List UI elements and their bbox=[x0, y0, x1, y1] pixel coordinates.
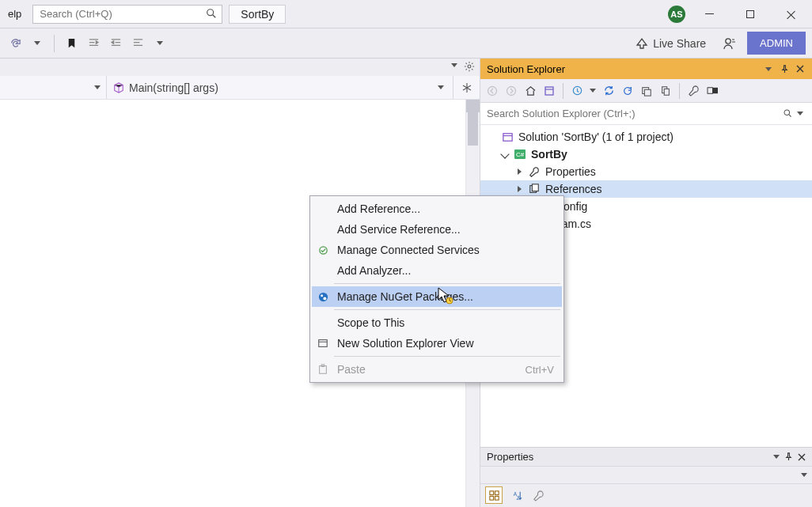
sync-active-doc-icon[interactable] bbox=[600, 82, 617, 100]
split-editor-button[interactable] bbox=[453, 76, 480, 99]
live-share-button[interactable]: Live Share bbox=[629, 34, 712, 53]
menu-scope-to-this[interactable]: Scope to This bbox=[312, 312, 562, 333]
svg-line-1 bbox=[213, 14, 216, 17]
svg-point-0 bbox=[207, 9, 214, 15]
panel-dropdown-icon[interactable] bbox=[763, 63, 774, 74]
home-icon[interactable] bbox=[522, 82, 539, 100]
properties-object-combo[interactable] bbox=[480, 467, 812, 484]
svg-point-14 bbox=[784, 110, 790, 115]
svg-rect-11 bbox=[664, 89, 669, 95]
navigation-bar: Main(string[] args) bbox=[0, 76, 480, 100]
properties-title: Properties bbox=[487, 451, 768, 463]
toolbar-overflow-caret[interactable] bbox=[151, 35, 169, 52]
solution-explorer-titlebar[interactable]: Solution Explorer bbox=[480, 59, 812, 79]
tree-project-node[interactable]: C# SortBy bbox=[480, 146, 812, 163]
document-tab-well bbox=[0, 59, 480, 76]
pending-changes-filter-icon[interactable] bbox=[568, 82, 586, 100]
search-input[interactable] bbox=[40, 8, 215, 20]
user-avatar[interactable]: AS bbox=[668, 6, 685, 23]
solution-explorer-title: Solution Explorer bbox=[487, 63, 758, 75]
svg-point-28 bbox=[318, 292, 327, 301]
nuget-icon bbox=[315, 289, 331, 305]
expand-toggle-icon[interactable] bbox=[499, 149, 510, 160]
tab-dropdown-caret[interactable] bbox=[451, 63, 457, 67]
svg-rect-16 bbox=[503, 133, 511, 140]
panel-pin-icon[interactable] bbox=[784, 452, 793, 461]
menu-new-solution-explorer-view[interactable]: New Solution Explorer View bbox=[312, 333, 562, 354]
categorized-view-icon[interactable] bbox=[485, 486, 503, 504]
svg-rect-23 bbox=[489, 496, 493, 500]
solution-icon bbox=[501, 131, 514, 143]
project-label: SortBy bbox=[529, 146, 567, 163]
switch-view-icon[interactable] bbox=[541, 82, 558, 100]
menu-manage-nuget-packages[interactable]: Manage NuGet Packages... bbox=[312, 286, 562, 307]
nav-scope-dropdown[interactable] bbox=[0, 76, 107, 99]
menu-add-analyzer[interactable]: Add Analyzer... bbox=[312, 260, 562, 281]
menu-paste: Paste Ctrl+V bbox=[312, 359, 562, 380]
redo-button[interactable] bbox=[6, 35, 24, 52]
solution-explorer-toolbar bbox=[480, 79, 812, 103]
references-icon bbox=[528, 183, 541, 195]
paste-icon bbox=[315, 361, 331, 377]
project-name-button[interactable]: SortBy bbox=[229, 5, 286, 24]
svg-rect-20 bbox=[532, 184, 538, 191]
svg-rect-24 bbox=[495, 496, 499, 500]
svg-rect-32 bbox=[320, 366, 327, 374]
preview-selected-icon[interactable] bbox=[704, 82, 721, 100]
refresh-icon[interactable] bbox=[619, 82, 636, 100]
expand-toggle-icon[interactable] bbox=[514, 184, 525, 195]
panel-close-icon[interactable] bbox=[798, 453, 806, 461]
tree-properties-node[interactable]: Properties bbox=[480, 163, 812, 180]
live-share-label: Live Share bbox=[653, 37, 706, 50]
quick-launch-search[interactable] bbox=[32, 5, 222, 24]
tree-solution-node[interactable]: Solution 'SortBy' (1 of 1 project) bbox=[480, 128, 812, 146]
comment-icon[interactable] bbox=[129, 35, 146, 52]
properties-label: Properties bbox=[544, 164, 596, 180]
panel-pin-icon[interactable] bbox=[779, 63, 790, 74]
indent-left-icon[interactable] bbox=[85, 35, 102, 52]
menu-add-service-reference[interactable]: Add Service Reference... bbox=[312, 219, 562, 240]
help-menu[interactable]: elp bbox=[3, 5, 26, 23]
property-pages-icon[interactable] bbox=[529, 486, 547, 504]
admin-button[interactable]: ADMIN bbox=[747, 32, 806, 55]
panel-dropdown-icon[interactable] bbox=[773, 455, 780, 459]
svg-point-5 bbox=[507, 86, 516, 95]
search-icon bbox=[783, 108, 793, 119]
svg-rect-31 bbox=[319, 340, 328, 347]
wrench-icon bbox=[528, 165, 541, 178]
properties-icon[interactable] bbox=[685, 82, 702, 100]
properties-panel-titlebar[interactable]: Properties bbox=[480, 447, 812, 466]
properties-panel-body: AZ bbox=[480, 466, 812, 507]
window-minimize-button[interactable] bbox=[692, 2, 727, 26]
svg-rect-6 bbox=[545, 87, 553, 95]
nav-forward-icon[interactable] bbox=[503, 82, 520, 100]
menu-add-reference[interactable]: Add Reference... bbox=[312, 199, 562, 219]
svg-point-30 bbox=[323, 297, 326, 300]
solution-search-input[interactable] bbox=[487, 108, 806, 119]
svg-text:C#: C# bbox=[516, 151, 525, 158]
svg-point-3 bbox=[468, 65, 471, 68]
window-restore-button[interactable] bbox=[733, 2, 768, 26]
menu-manage-connected-services[interactable]: Manage Connected Services bbox=[312, 240, 562, 260]
solution-label: Solution 'SortBy' (1 of 1 project) bbox=[517, 129, 674, 146]
filter-dropdown-caret[interactable] bbox=[587, 89, 598, 93]
command-bar: Live Share ADMIN bbox=[0, 28, 812, 59]
dropdown-caret[interactable] bbox=[28, 35, 46, 52]
nav-member-label: Main(string[] args) bbox=[129, 81, 218, 94]
nav-member-dropdown[interactable]: Main(string[] args) bbox=[107, 76, 453, 99]
collapse-all-icon[interactable] bbox=[638, 82, 655, 100]
show-all-files-icon[interactable] bbox=[657, 82, 674, 100]
expand-toggle-icon[interactable] bbox=[514, 166, 525, 177]
nav-back-icon[interactable] bbox=[484, 82, 501, 100]
references-context-menu: Add Reference... Add Service Reference..… bbox=[309, 195, 564, 383]
search-options-caret[interactable] bbox=[795, 112, 806, 115]
window-close-button[interactable] bbox=[774, 2, 809, 26]
alphabetical-view-icon[interactable]: AZ bbox=[507, 486, 525, 504]
indent-right-icon[interactable] bbox=[107, 35, 124, 52]
panel-close-icon[interactable] bbox=[795, 63, 806, 74]
bookmark-icon[interactable] bbox=[63, 35, 80, 52]
properties-toolbar: AZ bbox=[480, 484, 812, 506]
feedback-button[interactable] bbox=[719, 32, 741, 55]
tab-settings-gear-icon[interactable] bbox=[464, 61, 475, 72]
solution-explorer-search[interactable] bbox=[480, 103, 812, 125]
